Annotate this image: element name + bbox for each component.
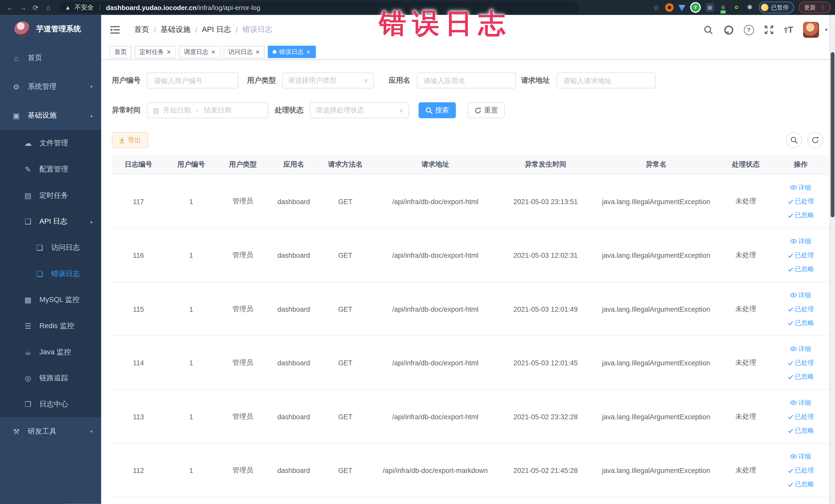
- sidebar-item-api-log[interactable]: ❏ API 日志 ▴: [0, 208, 101, 235]
- mark-processed-link[interactable]: 已处理: [787, 358, 814, 367]
- breadcrumb-home[interactable]: 首页: [134, 25, 149, 35]
- extension-orange-icon[interactable]: [665, 3, 674, 12]
- sidebar-item-infra[interactable]: ▣ 基础设施 ▴: [0, 101, 101, 130]
- bookmark-star-icon[interactable]: ☆: [652, 3, 660, 12]
- tab-home[interactable]: 首页: [109, 46, 131, 58]
- search-button[interactable]: 搜索: [419, 102, 456, 118]
- cell-method: GET: [319, 282, 372, 336]
- export-button[interactable]: 导出: [112, 132, 148, 148]
- mark-ignored-link[interactable]: 已忽略: [787, 372, 814, 381]
- detail-link[interactable]: 详细: [790, 452, 811, 461]
- reset-button[interactable]: 重置: [467, 102, 505, 118]
- sidebar-item-scheduled-jobs[interactable]: ▤ 定时任务: [0, 182, 101, 208]
- gear-icon: ⚙: [12, 83, 21, 91]
- cell-log-id: 115: [112, 282, 165, 336]
- sidebar-menu: ⌂ 首页 ⚙ 系统管理 ▾ ▣ 基础设施 ▴ ☁ 文件管理: [0, 44, 101, 446]
- mark-ignored-link[interactable]: 已忽略: [787, 426, 814, 435]
- sidebar-logo[interactable]: 芋道管理系统: [0, 15, 101, 44]
- avatar-caret-icon[interactable]: ▾: [825, 27, 828, 33]
- browser-menu-icon[interactable]: ⋮: [820, 5, 826, 10]
- detail-link[interactable]: 详细: [790, 183, 811, 192]
- detail-link[interactable]: 详细: [790, 291, 811, 300]
- mark-processed-link[interactable]: 已处理: [787, 250, 814, 260]
- mark-processed-link[interactable]: 已处理: [787, 197, 814, 206]
- extension-grid-icon[interactable]: ▦: [706, 3, 714, 12]
- mark-processed-link[interactable]: 已处理: [787, 304, 814, 314]
- sidebar-collapse-icon[interactable]: [109, 24, 120, 35]
- page-scrollbar[interactable]: [830, 15, 835, 504]
- sidebar-item-home[interactable]: ⌂ 首页: [0, 44, 101, 73]
- extension-switch-icon[interactable]: ☰: [719, 3, 728, 12]
- extension-leaf-icon[interactable]: ✿: [732, 3, 741, 12]
- user-type-select[interactable]: 请选择用户类型 ∨: [282, 73, 374, 88]
- app-name-label: 应用名: [389, 76, 416, 85]
- user-id-input[interactable]: [153, 76, 232, 85]
- extensions-puzzle-icon[interactable]: ❋: [746, 3, 754, 12]
- cell-app-name: dashboard: [268, 390, 319, 444]
- close-icon[interactable]: ✕: [211, 49, 216, 55]
- tab-access-log[interactable]: 访问日志 ✕: [224, 46, 265, 58]
- user-avatar[interactable]: [803, 22, 819, 38]
- process-status-select[interactable]: 请选择处理状态 ∨: [310, 102, 409, 118]
- col-process-status: 处理状态: [720, 155, 772, 175]
- update-button[interactable]: 更新 ⋮: [799, 2, 831, 13]
- document-icon: ❏: [35, 243, 44, 251]
- mark-processed-link[interactable]: 已处理: [787, 412, 814, 421]
- sidebar-item-mysql-monitor[interactable]: ▦ MySQL 监控: [0, 286, 101, 313]
- mark-ignored-link[interactable]: 已忽略: [787, 211, 814, 220]
- mark-processed-link[interactable]: 已处理: [787, 466, 814, 475]
- sidebar-item-java-monitor[interactable]: ☕ Java 监控: [0, 339, 101, 365]
- warning-icon: ▲: [65, 4, 71, 11]
- mark-ignored-link[interactable]: 已忽略: [787, 318, 814, 327]
- home-icon[interactable]: ⌂: [43, 3, 55, 11]
- detail-link[interactable]: 详细: [790, 237, 811, 246]
- col-exception-name: 异常名: [592, 155, 720, 175]
- app-name-input[interactable]: [423, 76, 510, 85]
- tab-schedule-log[interactable]: 调度日志 ✕: [179, 46, 221, 58]
- refresh-table-button[interactable]: [807, 132, 823, 148]
- back-icon[interactable]: ←: [4, 3, 16, 11]
- profile-chip[interactable]: 已暂停: [759, 2, 794, 13]
- cell-method: GET: [319, 228, 372, 282]
- sidebar-item-dev-tools[interactable]: ⚒ 研发工具 ▾: [0, 417, 101, 446]
- tab-scheduled-jobs[interactable]: 定时任务 ✕: [135, 46, 176, 58]
- help-icon[interactable]: ?: [744, 25, 754, 35]
- cell-exception-time: 2021-05-03 12:01:45: [499, 336, 592, 390]
- fullscreen-icon[interactable]: [764, 25, 774, 35]
- sidebar-item-system[interactable]: ⚙ 系统管理 ▾: [0, 73, 101, 101]
- request-url-input[interactable]: [562, 76, 649, 85]
- github-icon[interactable]: [724, 25, 734, 35]
- sidebar-item-access-log[interactable]: ❏ 访问日志: [0, 235, 101, 261]
- col-actions: 操作: [772, 155, 830, 175]
- sidebar-item-config-manage[interactable]: ✎ 配置管理: [0, 156, 101, 182]
- toggle-search-button[interactable]: [786, 132, 802, 148]
- table-row: 114 1 管理员 dashboard GET /api/infra/db-do…: [112, 336, 830, 390]
- search-icon[interactable]: [703, 25, 713, 35]
- close-icon[interactable]: ✕: [306, 49, 311, 55]
- mark-ignored-link[interactable]: 已忽略: [787, 480, 814, 489]
- cell-exception-name: java.lang.IllegalArgumentException: [592, 174, 720, 228]
- sidebar-item-log-center[interactable]: ❐ 日志中心: [0, 391, 101, 417]
- cell-user-type: 管理员: [217, 443, 268, 497]
- forward-icon[interactable]: →: [17, 3, 29, 11]
- detail-link[interactable]: 详细: [790, 344, 811, 353]
- close-icon[interactable]: ✕: [256, 49, 260, 55]
- reload-icon[interactable]: ⟳: [30, 3, 42, 11]
- breadcrumb-infra[interactable]: 基础设施: [161, 25, 190, 35]
- extension-green-icon[interactable]: Y: [690, 2, 701, 13]
- sidebar-item-file-manage[interactable]: ☁ 文件管理: [0, 130, 101, 156]
- breadcrumb-api-log[interactable]: API 日志: [202, 25, 231, 35]
- cell-exception-name: java.lang.IllegalArgumentException: [592, 228, 720, 282]
- sidebar-item-error-log[interactable]: ❏ 错误日志: [0, 260, 101, 286]
- close-icon[interactable]: ✕: [167, 49, 171, 55]
- scrollbar-thumb[interactable]: [831, 52, 834, 217]
- tab-error-log[interactable]: 错误日志 ✕: [268, 46, 315, 58]
- mark-ignored-link[interactable]: 已忽略: [787, 264, 814, 274]
- detail-link[interactable]: 详细: [790, 398, 811, 407]
- chevron-down-icon: ▾: [90, 84, 93, 89]
- exception-time-range-picker[interactable]: ▥ 开始日期 - 结束日期: [147, 102, 268, 118]
- sidebar-item-redis-monitor[interactable]: ☰ Redis 监控: [0, 313, 101, 339]
- extension-shield-icon[interactable]: [678, 3, 685, 12]
- font-size-icon[interactable]: TT: [784, 26, 793, 34]
- sidebar-item-tracing[interactable]: ◎ 链路追踪: [0, 365, 101, 391]
